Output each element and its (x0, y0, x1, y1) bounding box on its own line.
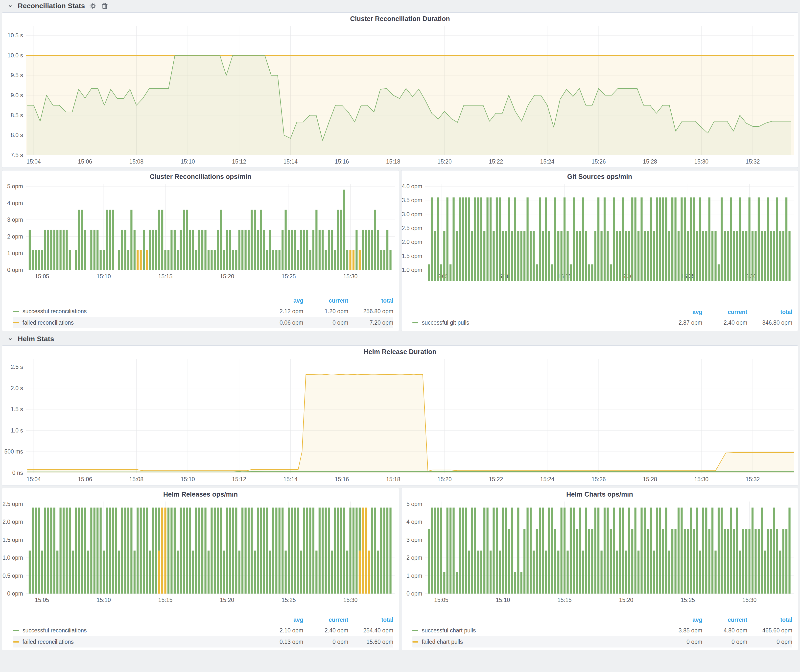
svg-text:15:20: 15:20 (220, 273, 234, 280)
section-header-helm-stats[interactable]: Helm Stats (0, 334, 800, 344)
svg-text:4.0 opm: 4.0 opm (402, 183, 422, 190)
section-title: Helm Stats (18, 335, 54, 343)
svg-text:1.5 opm: 1.5 opm (402, 253, 422, 259)
svg-text:15:08: 15:08 (130, 476, 144, 482)
svg-text:15:12: 15:12 (232, 476, 246, 482)
svg-text:2.0 s: 2.0 s (11, 385, 23, 391)
legend-value-current: 0 opm (303, 319, 348, 326)
legend-header-avg[interactable]: avg (657, 617, 702, 623)
legend-value-avg: 0.13 opm (258, 638, 303, 645)
svg-text:15:06: 15:06 (78, 476, 92, 482)
legend-series-label[interactable]: successful chart pulls (422, 627, 476, 634)
svg-text:1.0 opm: 1.0 opm (2, 554, 23, 561)
graph-helm-release-duration[interactable]: 15:0415:0615:0815:1015:1215:1415:1615:18… (2, 358, 798, 484)
graph-git-sources-opm[interactable]: 15:0515:1015:1515:2015:2515:301.0 opm1.5… (402, 182, 798, 281)
legend-value-avg: 2.10 opm (258, 627, 303, 634)
svg-text:2.5 opm: 2.5 opm (402, 225, 422, 231)
legend-header-total[interactable]: total (747, 309, 792, 315)
svg-text:1.0 s: 1.0 s (11, 427, 23, 434)
svg-text:2 opm: 2 opm (406, 554, 422, 561)
svg-text:8.5 s: 8.5 s (11, 112, 23, 118)
legend-header-total[interactable]: total (747, 617, 792, 623)
svg-text:15:25: 15:25 (681, 597, 695, 603)
panel-title[interactable]: Git Sources ops/min (402, 170, 798, 182)
legend-series-failed-chart-pulls[interactable]: failed chart pulls (412, 638, 657, 645)
panel-git-sources-opm: Git Sources ops/min 15:0515:1015:1515:20… (401, 170, 798, 331)
legend-series-label[interactable]: successful git pulls (422, 319, 469, 326)
graph-helm-charts-opm[interactable]: 15:0515:1015:1515:2015:2515:300 opm1 opm… (402, 500, 798, 605)
legend-series-label[interactable]: failed reconciliations (22, 638, 74, 645)
panel-title[interactable]: Helm Charts ops/min (402, 488, 798, 500)
svg-text:1 opm: 1 opm (7, 250, 23, 256)
series-color-dash (412, 630, 418, 631)
panel-title[interactable]: Cluster Reconciliation Duration (2, 13, 798, 24)
svg-text:0.5 opm: 0.5 opm (2, 573, 23, 579)
svg-text:15:28: 15:28 (643, 476, 657, 482)
trash-icon[interactable] (101, 2, 109, 10)
panel-helm-releases-opm: Helm Releases ops/min 15:0515:1015:1515:… (2, 488, 399, 650)
legend-series-failed-reconciliations[interactable]: failed reconciliations (13, 638, 258, 645)
legend-series-successful-chart-pulls[interactable]: successful chart pulls (412, 627, 657, 634)
legend-value-total: 465.60 opm (747, 627, 792, 634)
legend-series-label[interactable]: failed reconciliations (22, 319, 74, 326)
svg-text:15:16: 15:16 (335, 476, 349, 482)
svg-text:1.5 s: 1.5 s (11, 406, 23, 413)
legend-value-avg: 2.12 opm (258, 308, 303, 315)
chevron-down-icon[interactable] (6, 335, 14, 343)
svg-text:1 opm: 1 opm (406, 573, 422, 579)
legend-series-successful-git-pulls[interactable]: successful git pulls (412, 319, 657, 326)
panel-helm-release-duration: Helm Release Duration 15:0415:0615:0815:… (2, 346, 798, 485)
svg-text:2.0 opm: 2.0 opm (402, 239, 422, 245)
section-header-reconciliation-stats[interactable]: Reconciliation Stats (0, 0, 800, 11)
legend-header-avg[interactable]: avg (657, 309, 702, 315)
svg-text:3.0 opm: 3.0 opm (402, 211, 422, 218)
legend-series-label[interactable]: successful reconciliations (22, 627, 87, 634)
svg-text:15:26: 15:26 (592, 476, 606, 482)
legend-row-successful-reconciliations: successful reconciliations2.12 opm1.20 o… (13, 306, 393, 317)
graph-cluster-reconciliation-duration[interactable]: 15:0415:0615:0815:1015:1215:1415:1615:18… (2, 24, 798, 166)
legend-header-current[interactable]: current (702, 617, 747, 623)
svg-text:15:30: 15:30 (694, 476, 709, 482)
legend-value-current: 2.40 opm (303, 627, 348, 634)
svg-text:15:25: 15:25 (282, 273, 296, 280)
graph-cluster-reconciliations-opm[interactable]: 15:0515:1015:1515:2015:2515:300 opm1 opm… (2, 182, 399, 281)
legend-header-current[interactable]: current (303, 617, 348, 623)
series-color-dash (13, 322, 19, 323)
panel-title[interactable]: Helm Release Duration (2, 346, 798, 358)
panel-title[interactable]: Cluster Reconciliations ops/min (2, 170, 399, 182)
svg-text:5 opm: 5 opm (7, 183, 23, 190)
legend-value-current: 0 opm (303, 638, 348, 645)
legend-header-total[interactable]: total (348, 617, 393, 623)
chevron-down-icon[interactable] (6, 2, 14, 10)
svg-text:15:06: 15:06 (78, 158, 92, 165)
legend-value-total: 254.40 opm (348, 627, 393, 634)
legend-series-successful-reconciliations[interactable]: successful reconciliations (13, 627, 258, 634)
svg-text:15:18: 15:18 (386, 476, 400, 482)
svg-text:15:05: 15:05 (35, 273, 49, 280)
svg-text:15:25: 15:25 (282, 597, 296, 603)
legend-header-avg[interactable]: avg (258, 298, 303, 304)
legend-series-successful-reconciliations[interactable]: successful reconciliations (13, 308, 258, 315)
legend-series-failed-reconciliations[interactable]: failed reconciliations (13, 319, 258, 326)
svg-text:15:30: 15:30 (694, 158, 709, 165)
legend-header-current[interactable]: current (303, 298, 348, 304)
svg-text:15:20: 15:20 (220, 597, 234, 603)
legend-helm-charts: avgcurrenttotalsuccessful chart pulls3.8… (402, 614, 798, 650)
legend-value-current: 1.20 opm (303, 308, 348, 315)
panel-title[interactable]: Helm Releases ops/min (2, 488, 399, 500)
legend-header-total[interactable]: total (348, 298, 393, 304)
svg-text:4 opm: 4 opm (406, 518, 422, 525)
panel-helm-charts-opm: Helm Charts ops/min 15:0515:1015:1515:20… (401, 488, 798, 650)
legend-value-total: 15.60 opm (348, 638, 393, 645)
legend-header-current[interactable]: current (702, 309, 747, 315)
legend-row-failed-reconciliations: failed reconciliations0.13 opm0 opm15.60… (13, 636, 393, 648)
gear-icon[interactable] (88, 2, 97, 10)
svg-text:9.5 s: 9.5 s (11, 72, 23, 78)
legend-series-label[interactable]: successful reconciliations (22, 308, 87, 315)
legend-series-label[interactable]: failed chart pulls (422, 638, 463, 645)
series-color-dash (13, 630, 19, 631)
graph-helm-releases-opm[interactable]: 15:0515:1015:1515:2015:2515:300 opm0.5 o… (2, 500, 399, 605)
panel-cluster-reconciliations-opm: Cluster Reconciliations ops/min 15:0515:… (2, 170, 399, 331)
legend-header-avg[interactable]: avg (258, 617, 303, 623)
svg-text:15:22: 15:22 (489, 158, 503, 165)
